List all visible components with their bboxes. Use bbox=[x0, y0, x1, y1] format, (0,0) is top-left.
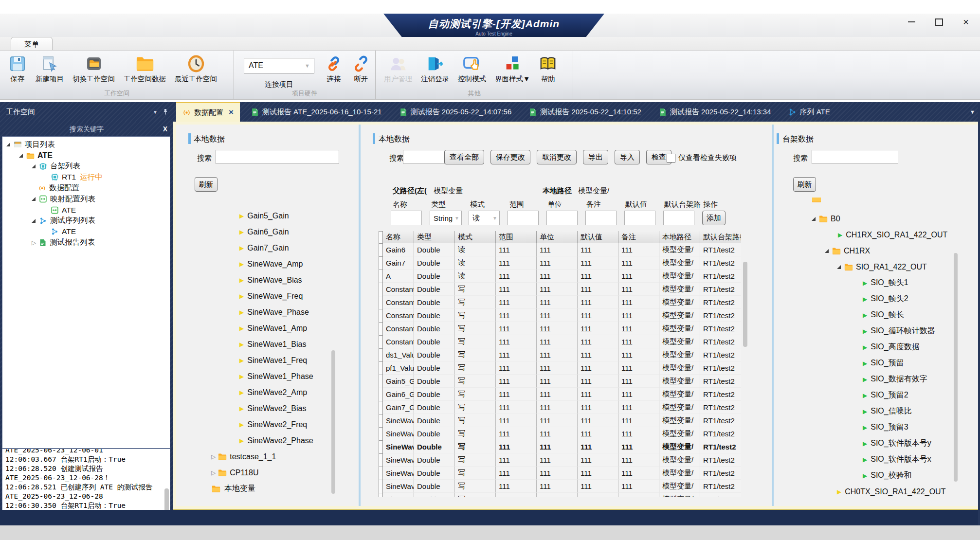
table-cell[interactable]: SineWave bbox=[383, 440, 414, 453]
filter-input[interactable] bbox=[585, 211, 617, 225]
table-row[interactable]: Gain7_GaDouble写111111111111模型变量/RT1/test… bbox=[379, 401, 741, 414]
rig-tree-item[interactable]: ▶SIO_软件版本号y bbox=[774, 435, 978, 451]
failed-only-checkbox[interactable] bbox=[667, 154, 675, 162]
table-cell[interactable]: 写 bbox=[455, 309, 496, 322]
table-row[interactable]: SineWaveDouble写111111111111模型变量/RT1/test… bbox=[379, 480, 741, 493]
add-row-button[interactable]: 添加 bbox=[702, 211, 726, 225]
table-cell[interactable]: 111 bbox=[578, 453, 618, 467]
table-cell[interactable]: 111 bbox=[578, 401, 618, 414]
table-cell[interactable]: 写 bbox=[455, 427, 496, 440]
table-cell[interactable]: 111 bbox=[537, 493, 578, 497]
table-cell[interactable]: RT1/test2 bbox=[700, 335, 741, 348]
table-cell[interactable]: 读 bbox=[455, 270, 496, 283]
rig-tree-item[interactable]: ▶SIO_帧头1 bbox=[774, 275, 978, 291]
local-tree-item[interactable]: ▶SineWave_Phase bbox=[176, 304, 359, 320]
row-head[interactable] bbox=[379, 388, 383, 401]
document-tab[interactable]: 测试报告 2025-05-22_14:13:34 bbox=[652, 102, 778, 122]
table-cell[interactable]: 写 bbox=[455, 453, 496, 467]
table-cell[interactable]: 111 bbox=[578, 243, 618, 256]
table-cell[interactable]: 111 bbox=[496, 361, 537, 375]
maximize-button[interactable] bbox=[932, 17, 945, 27]
table-row[interactable]: Constant3Double写111111111111模型变量/RT1/tes… bbox=[379, 309, 741, 322]
table-cell[interactable]: 111 bbox=[496, 467, 537, 480]
column-header[interactable]: 默认台架路径 bbox=[700, 231, 741, 243]
column-header[interactable]: 备注 bbox=[618, 231, 659, 243]
rig-tree-item[interactable]: ▶SIO_校验和 bbox=[774, 468, 978, 484]
table-row[interactable]: ds1_ValueDouble写111111111111模型变量/RT1/tes… bbox=[379, 348, 741, 361]
table-cell[interactable]: 111 bbox=[618, 401, 659, 414]
ribbon-button-save[interactable]: 保存 bbox=[5, 54, 30, 85]
table-cell[interactable]: 写 bbox=[455, 322, 496, 335]
row-head[interactable] bbox=[379, 440, 383, 453]
table-action-button[interactable]: 取消更改 bbox=[537, 150, 577, 164]
table-cell[interactable]: 111 bbox=[496, 453, 537, 467]
document-tab[interactable]: 数据配置× bbox=[176, 102, 240, 122]
table-cell[interactable]: RT1/test2 bbox=[700, 243, 741, 256]
rig-tree-item[interactable]: ▶SIO_预留3 bbox=[774, 419, 978, 435]
filter-input[interactable] bbox=[508, 211, 539, 225]
table-cell[interactable]: 111 bbox=[496, 348, 537, 361]
tree-expanded-icon[interactable] bbox=[32, 197, 36, 201]
table-cell[interactable]: 111 bbox=[618, 493, 659, 497]
local-refresh-button[interactable]: 刷新 bbox=[195, 177, 218, 192]
table-cell[interactable]: 111 bbox=[618, 361, 659, 375]
table-cell[interactable]: 读 bbox=[455, 256, 496, 270]
workspace-panel-header[interactable]: 工作空间 ▼ bbox=[0, 102, 173, 122]
table-cell[interactable]: RT1/test2 bbox=[700, 270, 741, 283]
tree-expanded-icon[interactable] bbox=[837, 265, 841, 269]
local-tree-item[interactable]: ▶SineWave1_Bias bbox=[176, 336, 359, 352]
table-cell[interactable]: 111 bbox=[537, 270, 578, 283]
row-head[interactable] bbox=[379, 480, 383, 493]
table-cell[interactable]: 111 bbox=[496, 309, 537, 322]
table-cell[interactable]: 111 bbox=[618, 440, 659, 453]
table-cell[interactable]: SineWave bbox=[383, 427, 414, 440]
local-tree-item[interactable]: ▶Gain6_Gain bbox=[176, 224, 359, 240]
table-cell[interactable]: 111 bbox=[537, 283, 578, 296]
table-cell[interactable]: SineWave bbox=[383, 493, 414, 497]
local-tree-item[interactable]: ▶SineWave_Freq bbox=[176, 288, 359, 304]
table-cell[interactable]: 111 bbox=[537, 335, 578, 348]
table-cell[interactable]: 111 bbox=[578, 427, 618, 440]
table-cell[interactable]: Constant1 bbox=[383, 283, 414, 296]
filter-type-select[interactable]: String▼ bbox=[430, 211, 462, 225]
column-header[interactable]: 模式 bbox=[455, 231, 496, 243]
table-cell[interactable]: 111 bbox=[578, 493, 618, 497]
table-cell[interactable]: 111 bbox=[578, 335, 618, 348]
local-tree-item[interactable]: ▶SineWave_Bias bbox=[176, 272, 359, 288]
row-head[interactable] bbox=[379, 401, 383, 414]
table-cell[interactable]: Gain6 bbox=[383, 243, 414, 256]
row-head[interactable] bbox=[379, 243, 383, 256]
table-cell[interactable]: RT1/test2 bbox=[700, 493, 741, 497]
local-search-input[interactable] bbox=[216, 150, 339, 164]
table-cell[interactable]: 写 bbox=[455, 493, 496, 497]
table-cell[interactable]: 模型变量/ bbox=[659, 309, 700, 322]
document-tab[interactable]: 测试报告 ATE_2025-06-16_10-15-21 bbox=[244, 102, 388, 122]
table-cell[interactable]: 111 bbox=[578, 270, 618, 283]
table-cell[interactable]: Gain7_Ga bbox=[383, 401, 414, 414]
local-tree-item[interactable]: ▶Gain5_Gain bbox=[176, 208, 359, 224]
row-head[interactable] bbox=[379, 493, 383, 497]
table-cell[interactable]: RT1/test2 bbox=[700, 296, 741, 309]
table-cell[interactable]: 111 bbox=[496, 256, 537, 270]
filter-input[interactable] bbox=[663, 211, 694, 225]
rig-search-input[interactable] bbox=[812, 150, 898, 164]
table-cell[interactable]: 模型变量/ bbox=[659, 493, 700, 497]
table-cell[interactable]: 模型变量/ bbox=[659, 296, 700, 309]
table-cell[interactable]: 111 bbox=[496, 480, 537, 493]
table-cell[interactable]: 111 bbox=[618, 270, 659, 283]
table-cell[interactable]: 模型变量/ bbox=[659, 322, 700, 335]
table-cell[interactable]: 111 bbox=[496, 270, 537, 283]
ribbon-button-clock[interactable]: 最近工作空间 bbox=[171, 54, 220, 85]
table-cell[interactable]: 111 bbox=[618, 414, 659, 427]
table-cell[interactable]: Gain6_Ga bbox=[383, 388, 414, 401]
table-cell[interactable]: Double bbox=[414, 480, 455, 493]
rig-tree-item[interactable]: ▶SIO_高度数据 bbox=[774, 339, 978, 355]
table-cell[interactable]: 111 bbox=[537, 256, 578, 270]
minimize-button[interactable] bbox=[905, 17, 918, 27]
table-row[interactable]: Constant4Double写111111111111模型变量/RT1/tes… bbox=[379, 322, 741, 335]
table-cell[interactable]: 111 bbox=[537, 322, 578, 335]
table-cell[interactable]: 111 bbox=[537, 480, 578, 493]
table-cell[interactable]: 111 bbox=[537, 440, 578, 453]
filter-input[interactable] bbox=[624, 211, 655, 225]
table-cell[interactable]: 111 bbox=[618, 296, 659, 309]
